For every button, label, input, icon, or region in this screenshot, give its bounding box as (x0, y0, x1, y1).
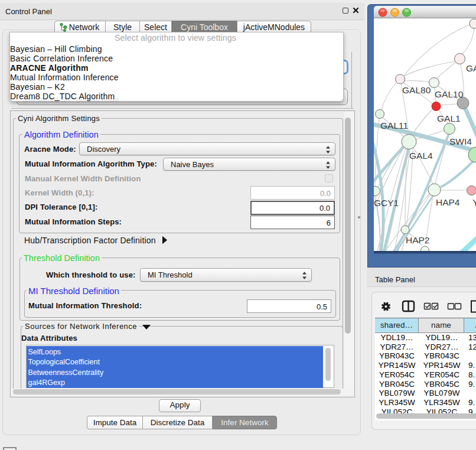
svg-text:GAL4: GAL4 (409, 151, 433, 161)
svg-text:GAL11: GAL11 (380, 120, 408, 131)
svg-text:GAL: GAL (466, 63, 476, 73)
svg-text:GCY1: GCY1 (374, 198, 399, 208)
svg-text:GAL10: GAL10 (435, 89, 464, 99)
svg-text:SWI4: SWI4 (449, 136, 472, 146)
svg-text:HAP2: HAP2 (406, 235, 430, 245)
svg-text:Y: Y (472, 197, 476, 207)
svg-text:GAL1: GAL1 (437, 113, 461, 123)
svg-text:GAL80: GAL80 (402, 85, 431, 95)
svg-text:HAP4: HAP4 (436, 197, 460, 207)
